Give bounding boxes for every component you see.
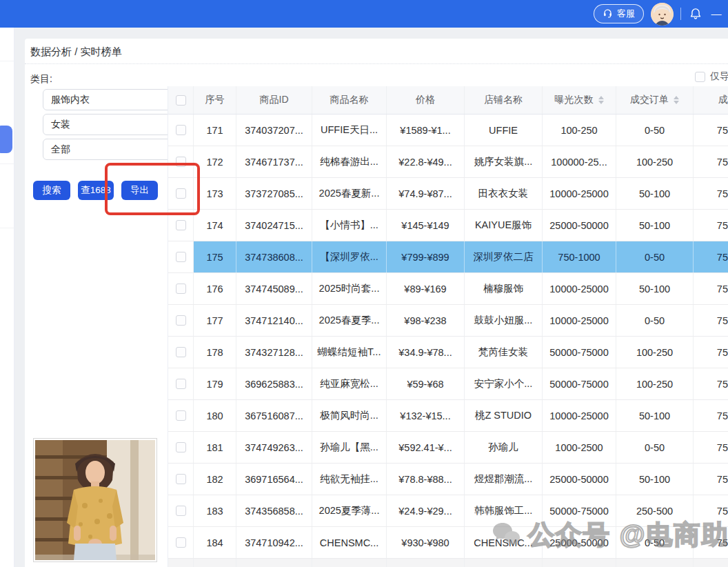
export-button[interactable]: 导出 [121, 181, 158, 200]
sidebar-active-item[interactable] [0, 126, 12, 153]
select-all-checkbox[interactable] [176, 95, 186, 106]
row-checkbox-cell [168, 178, 194, 209]
table-row[interactable]: 172374671737...纯棉春游出...¥22.8-¥49...姚序女装旗… [168, 146, 728, 178]
cell-amount: 7500 [694, 146, 728, 177]
row-checkbox[interactable] [176, 284, 186, 294]
row-checkbox[interactable] [176, 125, 186, 135]
cell-no: 185 [194, 559, 236, 567]
table-row[interactable]: 178374327128...蝴蝶结短袖T...¥34.9-¥78...梵芮佳女… [168, 337, 728, 368]
cell-id: 374037207... [236, 115, 312, 146]
sidebar-divider [0, 163, 14, 164]
top-navbar: 客服 — [0, 0, 728, 28]
sort-carets-icon[interactable] [598, 96, 604, 104]
customer-support-label: 客服 [617, 8, 635, 20]
user-avatar[interactable] [651, 3, 674, 26]
row-checkbox[interactable] [176, 537, 186, 548]
cell-exposure: 10000-25000 [543, 178, 616, 209]
row-checkbox[interactable] [176, 220, 186, 230]
row-checkbox[interactable] [176, 347, 186, 357]
cell-exposure: 1000-2500 [543, 432, 616, 463]
search-button[interactable]: 搜索 [33, 181, 70, 200]
cell-orders: 100-250 [616, 337, 694, 368]
headset-icon [603, 8, 613, 20]
cell-amount: 7500 [694, 368, 728, 399]
cell-shop: 桃Z STUDIO [465, 400, 543, 431]
category-select[interactable]: 全部 [43, 139, 184, 160]
cell-name: 极简风时尚... [312, 400, 387, 431]
cell-exposure: 50000-75000 [543, 495, 616, 526]
cell-price: ¥24.9-¥29... [387, 495, 465, 526]
row-checkbox-cell [168, 400, 194, 431]
row-checkbox[interactable] [176, 315, 186, 326]
cell-shop: 孙瑜儿 [465, 432, 543, 463]
cell-id: 374738608... [236, 241, 312, 272]
sidebar-strip [0, 28, 14, 567]
row-checkbox-cell [168, 559, 194, 567]
row-checkbox[interactable] [176, 379, 186, 389]
column-header: 序号 [194, 86, 236, 114]
cell-exposure: 25000-50000 [543, 527, 616, 558]
only-export-checkbox[interactable] [695, 72, 705, 82]
cell-no: 173 [194, 178, 236, 209]
row-checkbox-cell [168, 146, 194, 177]
column-header: 价格 [387, 86, 465, 114]
cell-name: 蝴蝶结短袖T... [312, 337, 387, 368]
row-checkbox-cell [168, 210, 194, 241]
row-checkbox[interactable] [176, 188, 186, 199]
table-row[interactable]: 183374356858...2025夏季薄...¥24.9-¥29...韩韩服… [168, 495, 728, 527]
cell-name: 纯亚麻宽松... [312, 368, 387, 399]
cell-no: 180 [194, 400, 236, 431]
row-checkbox[interactable] [176, 252, 186, 262]
table-row[interactable]: 173373727085...2025春夏新...¥74.9-¥87...田衣衣… [168, 178, 728, 210]
column-header: 商品ID [236, 86, 312, 114]
product-photo-image [35, 440, 155, 560]
table-row[interactable]: 175374738608...【深圳罗依...¥799-¥899深圳罗依二店75… [168, 241, 728, 273]
cell-name: UFFIE天日... [312, 115, 387, 146]
category-select[interactable]: 服饰内衣 [43, 89, 184, 110]
cell-price: ¥98-¥238 [387, 305, 465, 336]
row-checkbox[interactable] [176, 410, 186, 421]
table-row[interactable]: 184374710942...CHENSMC...¥930-¥980CHENSM… [168, 527, 728, 559]
cell-no: 172 [194, 146, 236, 177]
table-row[interactable]: 185368511698韵殿莱赛尔¥19.8-¥29YUNDIAN25000-5… [168, 559, 728, 567]
row-checkbox-cell [168, 527, 194, 558]
column-header[interactable]: 成交订单 [616, 86, 694, 114]
cell-shop: 梵芮佳女装 [465, 337, 543, 368]
cell-amount: 7500 [694, 527, 728, 558]
table-body: 171374037207...UFFIE天日...¥1589-¥1...UFFI… [168, 115, 728, 567]
cell-no: 175 [194, 241, 236, 272]
cell-price: ¥1589-¥1... [387, 115, 465, 146]
table-row[interactable]: 176374745089...2025时尚套...¥89-¥169楠穆服饰100… [168, 273, 728, 305]
table-row[interactable]: 177374712140...2025春夏季...¥98-¥238鼓鼓小妞服..… [168, 305, 728, 337]
cell-name: 纯棉春游出... [312, 146, 387, 177]
column-header[interactable]: 曝光次数 [543, 86, 616, 114]
table-row[interactable]: 182369716564...纯欲无袖挂...¥78.8-¥88...煜煜郡潮流… [168, 464, 728, 495]
window-minimize-button[interactable]: — [710, 0, 722, 28]
row-checkbox[interactable] [176, 157, 186, 167]
cell-id: 368511698 [236, 559, 312, 567]
column-header-label: 价格 [416, 94, 435, 106]
cell-no: 176 [194, 273, 236, 304]
row-checkbox[interactable] [176, 442, 186, 452]
cell-name: 2025春夏新... [312, 178, 387, 209]
cell-price: ¥930-¥980 [387, 527, 465, 558]
cell-orders: 250-500 [616, 495, 694, 526]
notification-bell-icon[interactable] [688, 6, 703, 21]
cell-orders: 0-50 [616, 115, 694, 146]
table-row[interactable]: 171374037207...UFFIE天日...¥1589-¥1...UFFI… [168, 115, 728, 146]
cell-no: 171 [194, 115, 236, 146]
sort-carets-icon[interactable] [674, 96, 679, 104]
table-row[interactable]: 180367516087...极简风时尚...¥132-¥15...桃Z STU… [168, 400, 728, 432]
table-row[interactable]: 181374749263...孙瑜儿【黑...¥592.41-¥...孙瑜儿10… [168, 432, 728, 464]
column-header: 成交 [694, 86, 728, 114]
category-select[interactable]: 女装 [43, 114, 184, 135]
row-checkbox[interactable] [176, 474, 186, 484]
customer-support-button[interactable]: 客服 [594, 4, 644, 23]
only-export-option[interactable]: 仅导 [695, 70, 728, 83]
check-1688-button[interactable]: 查1688 [78, 181, 114, 200]
sidebar-divider [0, 61, 14, 61]
cell-no: 181 [194, 432, 236, 463]
table-row[interactable]: 174374024715...【小情书】...¥145-¥149KAIYUE服饰… [168, 210, 728, 241]
row-checkbox[interactable] [176, 506, 186, 516]
table-row[interactable]: 179369625883...纯亚麻宽松...¥59-¥68安宁家小个...50… [168, 368, 728, 400]
